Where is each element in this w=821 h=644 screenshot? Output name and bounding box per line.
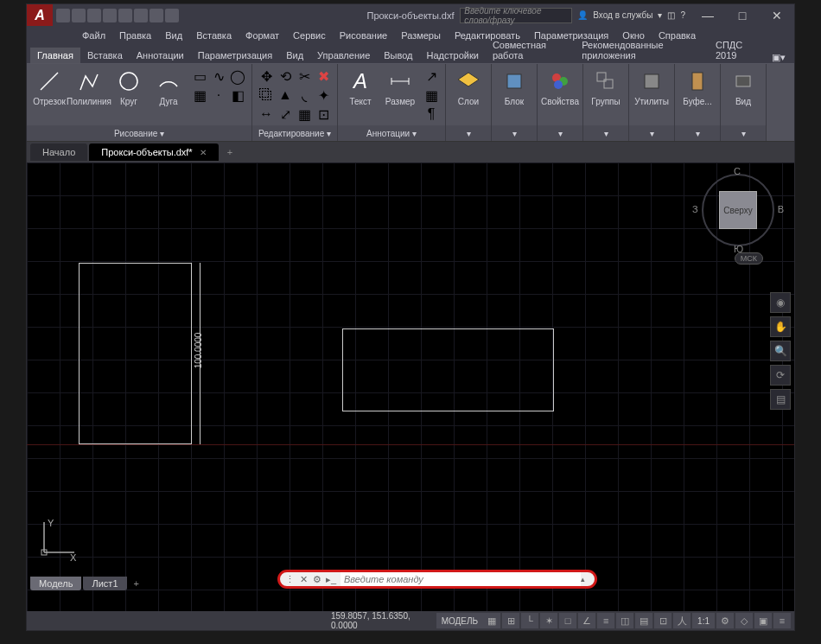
tool-view[interactable]: Вид xyxy=(724,66,762,108)
status-iso-icon[interactable]: ◇ xyxy=(735,613,753,628)
maximize-button[interactable]: □ xyxy=(725,4,760,26)
nav-pan-icon[interactable]: ✋ xyxy=(770,316,791,337)
status-clean-icon[interactable]: ▣ xyxy=(754,613,772,628)
login-link[interactable]: Вход в службы xyxy=(593,10,652,20)
status-transparency-icon[interactable]: ◫ xyxy=(616,613,633,628)
panel-draw-label[interactable]: Рисование ▾ xyxy=(27,125,251,141)
hatch-icon[interactable]: ▦ xyxy=(191,86,208,104)
tool-polyline[interactable]: Полилиния xyxy=(70,66,108,108)
tool-dimension[interactable]: Размер xyxy=(381,66,419,108)
spline-icon[interactable]: ∿ xyxy=(210,67,227,85)
panel-props-label[interactable]: ▾ xyxy=(538,125,582,141)
drawing-canvas[interactable]: 100.0000 Сверху С Ю В З МСК ◉ ✋ 🔍 ⟳ ▤ xyxy=(27,163,794,611)
status-scale[interactable]: 1:1 xyxy=(692,613,715,628)
menu-format[interactable]: Формат xyxy=(240,29,284,42)
cart-icon[interactable]: ▾ xyxy=(658,10,662,20)
layout-tab-add[interactable]: + xyxy=(129,577,144,590)
region-icon[interactable]: ◧ xyxy=(229,86,246,104)
panel-utils-label[interactable]: ▾ xyxy=(629,125,674,141)
menu-edit[interactable]: Правка xyxy=(114,29,156,42)
cmd-handle-icon[interactable]: ⋮ xyxy=(283,573,296,585)
ribbon-tab-home[interactable]: Главная xyxy=(30,48,80,63)
tool-utils[interactable]: Утилиты xyxy=(633,66,671,108)
minimize-button[interactable]: — xyxy=(691,4,725,26)
qat-plot-icon[interactable] xyxy=(118,9,132,22)
status-model[interactable]: МОДЕЛЬ xyxy=(436,613,483,628)
cmd-history-icon[interactable]: ▴ xyxy=(581,575,591,583)
ribbon-tab-collab[interactable]: Совместная работа xyxy=(486,37,575,63)
rectangle-2[interactable] xyxy=(342,328,554,411)
panel-edit-label[interactable]: Редактирование ▾ xyxy=(252,125,337,141)
panel-view-label[interactable]: ▾ xyxy=(721,125,766,141)
rotate-icon[interactable]: ⟲ xyxy=(277,67,294,85)
panel-annot-label[interactable]: Аннотации ▾ xyxy=(338,125,445,141)
status-polar-icon[interactable]: ✶ xyxy=(540,613,557,628)
command-input[interactable] xyxy=(340,572,581,586)
file-tab-start[interactable]: Начало xyxy=(30,143,87,161)
tool-text[interactable]: A Текст xyxy=(341,66,379,108)
close-button[interactable]: ✕ xyxy=(760,4,794,26)
rect-icon[interactable]: ▭ xyxy=(191,67,208,85)
ribbon-tab-spds[interactable]: СПДС 2019 xyxy=(709,37,767,63)
tool-line[interactable]: Отрезок xyxy=(30,66,68,108)
status-otrack-icon[interactable]: ∠ xyxy=(578,613,595,628)
fillet-icon[interactable]: ◟ xyxy=(296,86,313,104)
stretch-icon[interactable]: ↔ xyxy=(258,105,275,123)
viewcube-north[interactable]: С xyxy=(734,166,741,176)
mirror-icon[interactable]: ▲ xyxy=(277,86,294,104)
tool-groups[interactable]: Группы xyxy=(587,66,625,108)
ellipse-icon[interactable]: ◯ xyxy=(229,67,246,85)
command-line[interactable]: ⋮ ✕ ⚙ ▸_ ▴ xyxy=(277,570,597,589)
erase-icon[interactable]: ✖ xyxy=(315,67,332,85)
qat-new-icon[interactable] xyxy=(56,9,70,22)
tool-props[interactable]: Свойства xyxy=(541,66,579,108)
ribbon-tab-annotate[interactable]: Аннотации xyxy=(130,48,191,63)
mtext-icon[interactable]: ¶ xyxy=(423,105,440,123)
menu-tools[interactable]: Сервис xyxy=(288,29,331,42)
move-icon[interactable]: ✥ xyxy=(258,67,275,85)
copy-icon[interactable]: ⿻ xyxy=(258,86,275,104)
tool-block[interactable]: Блок xyxy=(495,66,533,108)
trim-icon[interactable]: ✂ xyxy=(296,67,313,85)
ribbon-tab-parametric[interactable]: Параметризация xyxy=(191,48,279,63)
ribbon-expand-icon[interactable]: ▣▾ xyxy=(767,52,791,63)
status-lwt-icon[interactable]: ≡ xyxy=(597,613,614,628)
status-grid-icon[interactable]: ▦ xyxy=(483,613,500,628)
leader-icon[interactable]: ↗ xyxy=(423,67,440,85)
file-tab-close-icon[interactable]: ✕ xyxy=(200,148,207,157)
explode-icon[interactable]: ✦ xyxy=(315,86,332,104)
file-tab-add[interactable]: + xyxy=(220,145,239,159)
layout-tab-sheet1[interactable]: Лист1 xyxy=(83,577,126,590)
panel-clip-label[interactable]: ▾ xyxy=(675,125,720,141)
rectangle-1[interactable] xyxy=(79,263,192,444)
viewcube-ring[interactable] xyxy=(702,174,774,246)
infocenter-icon[interactable]: 👤 xyxy=(577,10,588,20)
status-custom-icon[interactable]: ≡ xyxy=(773,613,791,628)
qat-undo-icon[interactable] xyxy=(134,9,148,22)
status-annoscale-icon[interactable]: 人 xyxy=(673,613,691,628)
menu-view[interactable]: Вид xyxy=(160,29,188,42)
ribbon-tab-addins[interactable]: Надстройки xyxy=(420,48,486,63)
help-icon[interactable]: ? xyxy=(680,10,685,20)
panel-block-label[interactable]: ▾ xyxy=(492,125,537,141)
cmd-custom-icon[interactable]: ⚙ xyxy=(311,573,323,585)
menu-insert[interactable]: Вставка xyxy=(191,29,237,42)
point-icon[interactable]: · xyxy=(210,86,227,104)
viewcube-wcs[interactable]: МСК xyxy=(735,252,763,265)
panel-layers-label[interactable]: ▾ xyxy=(446,125,491,141)
tool-circle[interactable]: Круг xyxy=(110,66,148,108)
status-ortho-icon[interactable]: └ xyxy=(521,613,538,628)
ribbon-tab-manage[interactable]: Управление xyxy=(310,48,377,63)
ribbon-tab-featured[interactable]: Рекомендованные приложения xyxy=(575,37,709,63)
nav-wheel-icon[interactable]: ◉ xyxy=(770,292,791,313)
ribbon-tab-output[interactable]: Вывод xyxy=(377,48,419,63)
panel-groups-label[interactable]: ▾ xyxy=(583,125,628,141)
nav-zoom-icon[interactable]: 🔍 xyxy=(770,341,791,361)
offset-icon[interactable]: ⊡ xyxy=(315,105,332,123)
status-osnap-icon[interactable]: □ xyxy=(559,613,576,628)
qat-save-icon[interactable] xyxy=(87,9,101,22)
ucs-icon[interactable]: Y X xyxy=(35,518,79,561)
scale-icon[interactable]: ⤢ xyxy=(277,105,294,123)
status-snap-icon[interactable]: ⊞ xyxy=(502,613,519,628)
tool-layers[interactable]: Слои xyxy=(449,66,487,108)
